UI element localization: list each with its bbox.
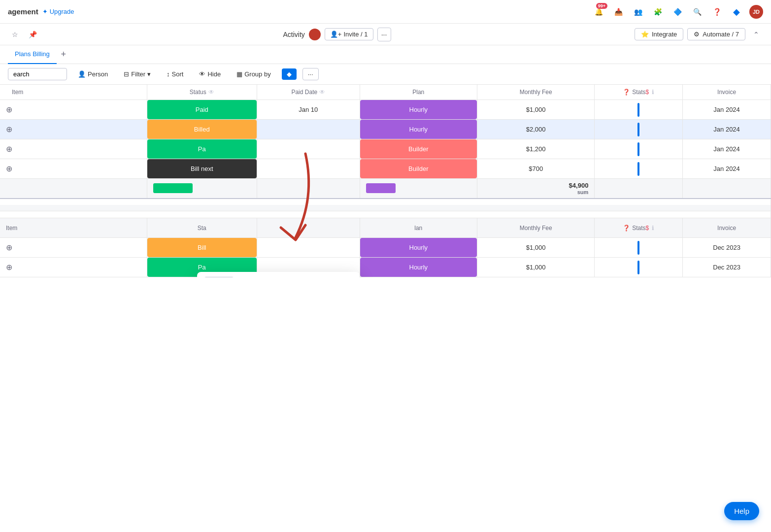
stats2-info-icon[interactable]: ℹ — [652, 225, 654, 232]
cell-add-row1: ⊕ — [0, 100, 147, 120]
cell-status-2[interactable]: Billed — [147, 120, 257, 139]
integrate-button[interactable]: ⭐ Integrate — [635, 28, 683, 40]
extra-options-button[interactable]: ··· — [302, 68, 319, 80]
col2-stats: ❓ Stats $ ℹ — [595, 218, 683, 238]
col2-item: Item — [0, 218, 147, 238]
sort-label: Sort — [172, 70, 184, 78]
person-icon: 👤 — [78, 70, 86, 78]
cell-status-4[interactable]: Bill next — [147, 159, 257, 179]
search-icon[interactable]: 🔍 — [690, 5, 704, 19]
upgrade-label: Upgrade — [50, 8, 74, 15]
cell-stats-2 — [595, 120, 683, 139]
plan2-badge-hourly-1: Hourly — [360, 238, 477, 257]
cell2-plan-1[interactable]: Hourly — [360, 238, 477, 258]
star-icon[interactable]: ☆ — [8, 28, 22, 41]
add-icon2-2[interactable]: ⊕ — [6, 263, 12, 272]
cell2-status-1[interactable]: Bill — [147, 238, 257, 258]
plan-badge-builder-1: Builder — [360, 139, 477, 159]
activity-section: Activity 👤+ Invite / 1 ··· — [283, 28, 391, 41]
hierarchy-icon[interactable]: 🔷 — [670, 5, 684, 19]
invite-icon: 👤+ — [330, 31, 342, 38]
second-nav-right: ⭐ Integrate ⚙ Automate / 7 ⌃ — [635, 28, 763, 41]
sum-row: $4,900 sum — [0, 179, 771, 199]
invite-button[interactable]: 👤+ Invite / 1 — [325, 28, 373, 40]
cell-paid-date-4[interactable] — [257, 159, 360, 179]
cell-status-1[interactable]: Paid — [147, 100, 257, 120]
sum-empty-4 — [360, 179, 477, 199]
puzzle-icon[interactable]: 🧩 — [651, 5, 665, 19]
paid-eye-icon[interactable]: 👁 — [319, 89, 325, 96]
more-options-button[interactable]: ··· — [377, 28, 391, 41]
automate-button[interactable]: ⚙ Automate / 7 — [687, 28, 745, 40]
brand-icon[interactable]: ◆ — [730, 5, 743, 19]
cell-plan-4[interactable]: Builder — [360, 159, 477, 179]
col-header-stats: ❓ Stats $ ℹ — [595, 85, 683, 100]
people-icon[interactable]: 👥 — [631, 5, 645, 19]
invite-label: Invite / 1 — [343, 31, 368, 38]
inbox-icon[interactable]: 📥 — [611, 5, 625, 19]
status2-badge-bill: Bill — [147, 238, 257, 257]
stats-question-icon: ❓ — [623, 89, 630, 96]
sum-stats — [595, 179, 683, 199]
pin-icon[interactable]: 📌 — [26, 28, 39, 41]
col2-paid — [257, 218, 360, 238]
activity-label: Activity — [283, 31, 304, 38]
cell-plan-2[interactable]: Hourly — [360, 120, 477, 139]
cell-status-3[interactable]: Pa — [147, 139, 257, 159]
collapse-icon[interactable]: ⌃ — [749, 28, 763, 41]
search-input[interactable] — [8, 68, 67, 80]
cell-invoice-3: Jan 2024 — [683, 139, 771, 159]
cell-paid-date-2[interactable] — [257, 120, 360, 139]
cell-add-row2: ⊕ — [0, 120, 147, 139]
group-icon: ▦ — [236, 70, 242, 78]
cell-paid-date-3[interactable] — [257, 139, 360, 159]
person-filter-button[interactable]: 👤 Person — [73, 68, 113, 80]
second-section-header: Item Sta lan Monthly Fee ❓ Stats $ — [0, 218, 771, 238]
tab-add-button[interactable]: + — [57, 48, 70, 62]
col-header-fee: Monthly Fee — [477, 85, 594, 100]
add-icon-row3[interactable]: ⊕ — [6, 144, 12, 154]
second-nav: ☆ 📌 Activity 👤+ Invite / 1 ··· ⭐ Integra… — [0, 24, 771, 45]
brand-small-icon[interactable]: ◆ — [282, 68, 297, 80]
cell-stats-1 — [595, 100, 683, 120]
group-by-button[interactable]: ▦ Group by — [232, 68, 275, 80]
cell-paid-date-1[interactable]: Jan 10 — [257, 100, 360, 120]
today-button[interactable]: Today — [204, 277, 234, 277]
stats-info-icon[interactable]: ℹ — [652, 89, 654, 96]
help-icon[interactable]: ❓ — [710, 5, 724, 19]
status-badge-pa: Pa — [147, 139, 257, 159]
integrate-icon: ⭐ — [641, 31, 649, 38]
notifications-icon[interactable]: 🔔 99+ — [592, 5, 605, 19]
sort-button[interactable]: ↕ Sort — [162, 68, 188, 80]
tab-plans-billing[interactable]: Plans Billing — [8, 45, 57, 64]
add-icon-row1[interactable]: ⊕ — [6, 105, 12, 114]
sum-empty-2 — [147, 179, 257, 199]
toolbar: 👤 Person ⊟ Filter ▾ ↕ Sort 👁 Hide ▦ Grou… — [0, 64, 771, 85]
filter-button[interactable]: ⊟ Filter ▾ — [119, 68, 156, 80]
add-icon-row4[interactable]: ⊕ — [6, 164, 12, 173]
col2-fee: Monthly Fee — [477, 218, 594, 238]
status-badge-billed: Billed — [147, 120, 257, 139]
col-header-invoice: Invoice — [683, 85, 771, 100]
add-icon-row2[interactable]: ⊕ — [6, 125, 12, 134]
section-separator — [0, 199, 771, 218]
cell-plan-1[interactable]: Hourly — [360, 100, 477, 120]
upgrade-button[interactable]: ✦ Upgrade — [42, 8, 74, 15]
cell2-plan-2[interactable]: Hourly — [360, 258, 477, 277]
hide-icon: 👁 — [199, 70, 205, 78]
status-eye-icon[interactable]: 👁 — [208, 89, 214, 96]
col-header-plan: Plan — [360, 85, 477, 100]
hide-button[interactable]: 👁 Hide — [194, 68, 226, 80]
user-avatar[interactable]: JD — [749, 5, 763, 19]
top-nav-right: 🔔 99+ 📥 👥 🧩 🔷 🔍 ❓ ◆ JD — [592, 5, 763, 19]
tab-label: Plans Billing — [15, 50, 50, 58]
table-row: ⊕ Bill Hourly $1,000 Dec 2023 — [0, 238, 771, 258]
cell2-invoice-2: Dec 2023 — [683, 258, 771, 277]
add-icon2-1[interactable]: ⊕ — [6, 243, 12, 252]
cell2-fee-1: $1,000 — [477, 238, 594, 258]
sum-label: sum — [577, 189, 589, 195]
cell-plan-3[interactable]: Builder — [360, 139, 477, 159]
second-nav-left: ☆ 📌 — [8, 28, 39, 41]
cell2-paid-1[interactable] — [257, 238, 360, 258]
sum-invoice — [683, 179, 771, 199]
